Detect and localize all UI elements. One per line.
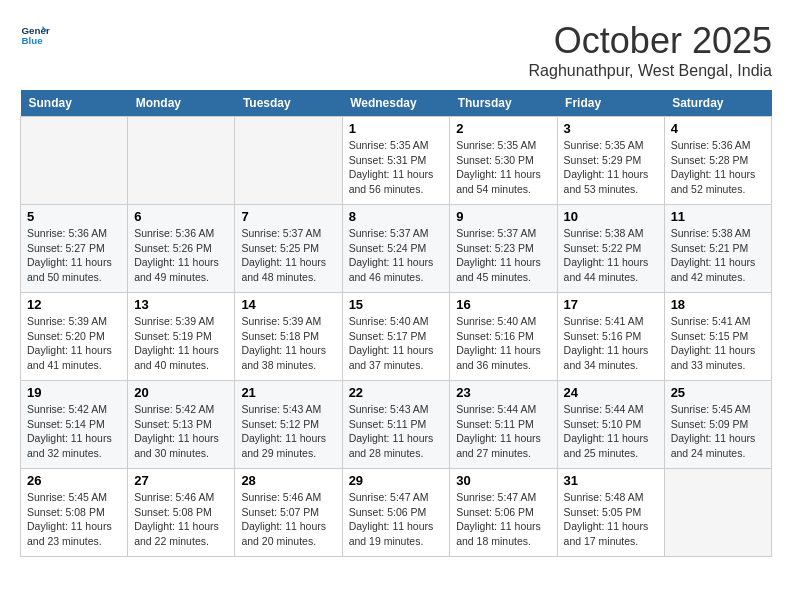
calendar-cell: 20Sunrise: 5:42 AM Sunset: 5:13 PM Dayli… [128, 381, 235, 469]
calendar-cell: 15Sunrise: 5:40 AM Sunset: 5:17 PM Dayli… [342, 293, 450, 381]
week-row-5: 26Sunrise: 5:45 AM Sunset: 5:08 PM Dayli… [21, 469, 772, 557]
weekday-header-row: SundayMondayTuesdayWednesdayThursdayFrid… [21, 90, 772, 117]
logo: General Blue [20, 20, 50, 50]
day-info: Sunrise: 5:39 AM Sunset: 5:20 PM Dayligh… [27, 314, 121, 373]
day-number: 21 [241, 385, 335, 400]
day-number: 12 [27, 297, 121, 312]
title-section: October 2025 Raghunathpur, West Bengal, … [529, 20, 772, 80]
calendar-cell: 5Sunrise: 5:36 AM Sunset: 5:27 PM Daylig… [21, 205, 128, 293]
day-info: Sunrise: 5:45 AM Sunset: 5:08 PM Dayligh… [27, 490, 121, 549]
day-info: Sunrise: 5:40 AM Sunset: 5:17 PM Dayligh… [349, 314, 444, 373]
day-info: Sunrise: 5:48 AM Sunset: 5:05 PM Dayligh… [564, 490, 658, 549]
day-number: 4 [671, 121, 765, 136]
week-row-1: 1Sunrise: 5:35 AM Sunset: 5:31 PM Daylig… [21, 117, 772, 205]
calendar-cell: 19Sunrise: 5:42 AM Sunset: 5:14 PM Dayli… [21, 381, 128, 469]
day-number: 25 [671, 385, 765, 400]
day-info: Sunrise: 5:39 AM Sunset: 5:19 PM Dayligh… [134, 314, 228, 373]
day-info: Sunrise: 5:35 AM Sunset: 5:30 PM Dayligh… [456, 138, 550, 197]
day-info: Sunrise: 5:40 AM Sunset: 5:16 PM Dayligh… [456, 314, 550, 373]
weekday-header-friday: Friday [557, 90, 664, 117]
calendar-cell: 29Sunrise: 5:47 AM Sunset: 5:06 PM Dayli… [342, 469, 450, 557]
calendar-cell: 21Sunrise: 5:43 AM Sunset: 5:12 PM Dayli… [235, 381, 342, 469]
calendar-cell: 17Sunrise: 5:41 AM Sunset: 5:16 PM Dayli… [557, 293, 664, 381]
weekday-header-thursday: Thursday [450, 90, 557, 117]
calendar-cell: 10Sunrise: 5:38 AM Sunset: 5:22 PM Dayli… [557, 205, 664, 293]
location-title: Raghunathpur, West Bengal, India [529, 62, 772, 80]
week-row-3: 12Sunrise: 5:39 AM Sunset: 5:20 PM Dayli… [21, 293, 772, 381]
week-row-2: 5Sunrise: 5:36 AM Sunset: 5:27 PM Daylig… [21, 205, 772, 293]
calendar-cell: 23Sunrise: 5:44 AM Sunset: 5:11 PM Dayli… [450, 381, 557, 469]
day-number: 19 [27, 385, 121, 400]
day-info: Sunrise: 5:39 AM Sunset: 5:18 PM Dayligh… [241, 314, 335, 373]
day-number: 9 [456, 209, 550, 224]
calendar-cell: 7Sunrise: 5:37 AM Sunset: 5:25 PM Daylig… [235, 205, 342, 293]
day-info: Sunrise: 5:46 AM Sunset: 5:08 PM Dayligh… [134, 490, 228, 549]
day-number: 2 [456, 121, 550, 136]
day-number: 17 [564, 297, 658, 312]
day-info: Sunrise: 5:42 AM Sunset: 5:14 PM Dayligh… [27, 402, 121, 461]
day-number: 27 [134, 473, 228, 488]
calendar-cell: 27Sunrise: 5:46 AM Sunset: 5:08 PM Dayli… [128, 469, 235, 557]
day-info: Sunrise: 5:35 AM Sunset: 5:31 PM Dayligh… [349, 138, 444, 197]
day-number: 13 [134, 297, 228, 312]
day-info: Sunrise: 5:38 AM Sunset: 5:21 PM Dayligh… [671, 226, 765, 285]
calendar-cell: 22Sunrise: 5:43 AM Sunset: 5:11 PM Dayli… [342, 381, 450, 469]
calendar-cell: 26Sunrise: 5:45 AM Sunset: 5:08 PM Dayli… [21, 469, 128, 557]
weekday-header-sunday: Sunday [21, 90, 128, 117]
weekday-header-monday: Monday [128, 90, 235, 117]
day-info: Sunrise: 5:37 AM Sunset: 5:23 PM Dayligh… [456, 226, 550, 285]
day-info: Sunrise: 5:46 AM Sunset: 5:07 PM Dayligh… [241, 490, 335, 549]
day-number: 16 [456, 297, 550, 312]
day-number: 6 [134, 209, 228, 224]
day-number: 1 [349, 121, 444, 136]
day-number: 28 [241, 473, 335, 488]
calendar-cell: 3Sunrise: 5:35 AM Sunset: 5:29 PM Daylig… [557, 117, 664, 205]
day-number: 8 [349, 209, 444, 224]
calendar-cell: 13Sunrise: 5:39 AM Sunset: 5:19 PM Dayli… [128, 293, 235, 381]
calendar-cell: 30Sunrise: 5:47 AM Sunset: 5:06 PM Dayli… [450, 469, 557, 557]
day-info: Sunrise: 5:47 AM Sunset: 5:06 PM Dayligh… [456, 490, 550, 549]
month-title: October 2025 [529, 20, 772, 62]
day-info: Sunrise: 5:38 AM Sunset: 5:22 PM Dayligh… [564, 226, 658, 285]
calendar-cell [128, 117, 235, 205]
weekday-header-tuesday: Tuesday [235, 90, 342, 117]
day-number: 30 [456, 473, 550, 488]
calendar-cell: 25Sunrise: 5:45 AM Sunset: 5:09 PM Dayli… [664, 381, 771, 469]
logo-icon: General Blue [20, 20, 50, 50]
calendar-cell: 24Sunrise: 5:44 AM Sunset: 5:10 PM Dayli… [557, 381, 664, 469]
calendar-cell: 14Sunrise: 5:39 AM Sunset: 5:18 PM Dayli… [235, 293, 342, 381]
day-number: 23 [456, 385, 550, 400]
calendar-cell: 11Sunrise: 5:38 AM Sunset: 5:21 PM Dayli… [664, 205, 771, 293]
day-info: Sunrise: 5:42 AM Sunset: 5:13 PM Dayligh… [134, 402, 228, 461]
day-number: 3 [564, 121, 658, 136]
day-number: 29 [349, 473, 444, 488]
calendar-cell: 18Sunrise: 5:41 AM Sunset: 5:15 PM Dayli… [664, 293, 771, 381]
day-info: Sunrise: 5:37 AM Sunset: 5:24 PM Dayligh… [349, 226, 444, 285]
calendar-cell: 1Sunrise: 5:35 AM Sunset: 5:31 PM Daylig… [342, 117, 450, 205]
calendar-table: SundayMondayTuesdayWednesdayThursdayFrid… [20, 90, 772, 557]
day-number: 18 [671, 297, 765, 312]
calendar-cell [21, 117, 128, 205]
day-info: Sunrise: 5:44 AM Sunset: 5:10 PM Dayligh… [564, 402, 658, 461]
day-number: 15 [349, 297, 444, 312]
day-number: 26 [27, 473, 121, 488]
weekday-header-saturday: Saturday [664, 90, 771, 117]
calendar-cell: 2Sunrise: 5:35 AM Sunset: 5:30 PM Daylig… [450, 117, 557, 205]
calendar-cell: 4Sunrise: 5:36 AM Sunset: 5:28 PM Daylig… [664, 117, 771, 205]
calendar-cell: 31Sunrise: 5:48 AM Sunset: 5:05 PM Dayli… [557, 469, 664, 557]
day-number: 7 [241, 209, 335, 224]
week-row-4: 19Sunrise: 5:42 AM Sunset: 5:14 PM Dayli… [21, 381, 772, 469]
day-number: 31 [564, 473, 658, 488]
day-number: 24 [564, 385, 658, 400]
day-number: 22 [349, 385, 444, 400]
calendar-cell: 16Sunrise: 5:40 AM Sunset: 5:16 PM Dayli… [450, 293, 557, 381]
day-info: Sunrise: 5:45 AM Sunset: 5:09 PM Dayligh… [671, 402, 765, 461]
calendar-cell [235, 117, 342, 205]
day-number: 11 [671, 209, 765, 224]
day-info: Sunrise: 5:41 AM Sunset: 5:15 PM Dayligh… [671, 314, 765, 373]
day-number: 20 [134, 385, 228, 400]
calendar-cell: 9Sunrise: 5:37 AM Sunset: 5:23 PM Daylig… [450, 205, 557, 293]
day-number: 10 [564, 209, 658, 224]
day-info: Sunrise: 5:36 AM Sunset: 5:27 PM Dayligh… [27, 226, 121, 285]
day-info: Sunrise: 5:36 AM Sunset: 5:28 PM Dayligh… [671, 138, 765, 197]
